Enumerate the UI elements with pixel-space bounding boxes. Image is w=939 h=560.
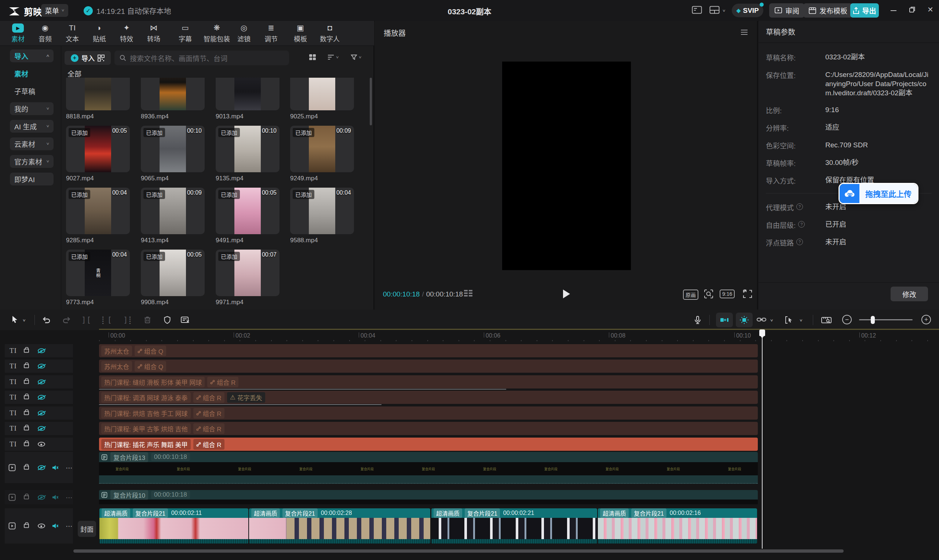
toggle-visibility-icon[interactable]	[38, 380, 45, 385]
search-input[interactable]: 搜索文件名称、画面情节、台词	[114, 51, 289, 65]
aspect-ratio-button[interactable]: 9:16	[720, 289, 735, 298]
play-button[interactable]	[563, 289, 570, 298]
media-card[interactable]: 已添加 00:05 9027.mp4	[66, 126, 130, 182]
qr-import-icon[interactable]	[97, 55, 105, 62]
timeline-text-clip[interactable]: 苏州太仓 组合 Q ⚠	[99, 360, 758, 373]
media-card[interactable]: 青桐 已添加 00:04 9773.mp4	[66, 249, 130, 306]
delete-icon[interactable]	[143, 315, 152, 325]
media-card[interactable]: 8936.mp4	[141, 78, 205, 120]
toggle-visibility-icon[interactable]	[38, 426, 45, 431]
timeline-text-clip[interactable]: 热门课程: 调酒 网球 游泳 泰拳 组合 R ⚠花字丢失	[99, 391, 758, 404]
sidebar-item[interactable]: 我的 ˅	[10, 102, 54, 115]
compound-clip-10[interactable]: 复合片段10 00:00:10:18	[99, 490, 758, 504]
toggle-visibility-icon[interactable]	[38, 495, 45, 500]
modify-button[interactable]: 修改	[891, 286, 928, 301]
toggle-visibility-icon[interactable]	[38, 364, 45, 369]
lock-icon[interactable]	[24, 349, 29, 353]
record-voiceover-icon[interactable]	[693, 315, 702, 325]
original-quality-button[interactable]: 原画	[683, 289, 698, 300]
lock-icon[interactable]	[24, 442, 29, 446]
media-card[interactable]: 9025.mp4	[290, 78, 354, 120]
filter-icon[interactable]: ˅	[351, 54, 362, 60]
timeline-video-clip[interactable]: 超清画质 复合片段21 00:00:02:28	[249, 508, 430, 543]
timeline-text-clip[interactable]: 热门课程: 烘焙 吉他 手工 网球 组合 R ⚠	[99, 406, 758, 420]
timeline-zoom-slider[interactable]	[859, 319, 913, 320]
media-card[interactable]: 已添加 00:07 9971.mp4	[216, 249, 279, 306]
timeline-text-clip[interactable]: 苏州太仓 组合 Q ⚠	[99, 344, 758, 357]
asset-tab[interactable]: ▶ 素材	[5, 23, 32, 43]
toggle-visibility-icon[interactable]	[38, 524, 45, 528]
link-chevron-icon[interactable]: ˅	[770, 318, 773, 323]
timeline-text-clip[interactable]: 热门课程: 美甲 古筝 烘焙 吉他 组合 R ⚠	[99, 422, 758, 435]
minimize-button[interactable]	[891, 7, 896, 11]
lock-icon[interactable]	[24, 495, 29, 499]
toggle-visibility-icon[interactable]	[38, 395, 45, 400]
import-button[interactable]: + 导入	[65, 51, 111, 65]
review-button[interactable]: 审阅	[769, 3, 804, 18]
frame-preview-icon[interactable]	[704, 289, 714, 299]
media-card[interactable]: 已添加 00:09 9413.mp4	[141, 188, 205, 244]
media-card[interactable]: 已添加 00:05 9908.mp4	[141, 249, 205, 306]
more-options-icon[interactable]: ⋯	[66, 493, 73, 502]
asset-tab[interactable]: ◎ 滤镜	[230, 23, 257, 43]
info-icon[interactable]: ?	[796, 238, 803, 245]
toggle-visibility-icon[interactable]	[38, 349, 45, 353]
mute-icon[interactable]	[52, 494, 59, 500]
sidebar-item[interactable]: 导入 ˄	[10, 49, 54, 62]
compound-clip-13[interactable]: 复合片段13 00:00:10:18 复合片段复合片段复合片段复合片段复合片段复…	[99, 452, 758, 484]
auto-snap-toggle[interactable]	[716, 312, 733, 327]
split-clip-icon[interactable]: ][	[82, 315, 91, 325]
workspace-layout-icon[interactable]	[709, 6, 720, 14]
info-icon[interactable]: ?	[798, 221, 805, 228]
lock-icon[interactable]	[24, 411, 29, 415]
redo-icon[interactable]	[62, 315, 71, 325]
select-tool-icon[interactable]	[11, 315, 19, 324]
timeline-text-clip[interactable]: 热门课程: 插花 声乐 舞蹈 美甲 组合 R ⚠	[99, 438, 758, 451]
close-button[interactable]: ✕	[927, 5, 933, 14]
info-icon[interactable]: ?	[796, 203, 803, 210]
menu-button[interactable]: 菜单˅	[41, 4, 68, 17]
mute-icon[interactable]	[52, 465, 59, 471]
mute-icon[interactable]	[52, 523, 59, 529]
video-preview[interactable]	[502, 62, 631, 270]
asset-tab[interactable]: ⋈ 转场	[140, 23, 167, 43]
timeline-video-clip[interactable]: 超清画质 复合片段21 00:00:02:11	[99, 508, 248, 543]
media-card[interactable]: 9013.mp4	[216, 78, 279, 120]
sidebar-item[interactable]: AI 生成 ˅	[10, 120, 54, 133]
preview-snap-toggle[interactable]	[736, 312, 752, 327]
grid-view-icon[interactable]	[309, 54, 316, 60]
trim-left-icon[interactable]: ⡇[	[101, 315, 112, 325]
cursor-mode-icon[interactable]	[784, 315, 794, 325]
media-card[interactable]: 已添加 00:09 9249.mp4	[290, 126, 354, 182]
sidebar-item[interactable]: 素材	[10, 67, 54, 80]
lock-icon[interactable]	[24, 380, 29, 384]
timeline-text-clip[interactable]: 热门课程: 缝纫 滑板 形体 美甲 网球 组合 R ⚠	[99, 375, 758, 388]
lock-icon[interactable]	[24, 395, 29, 400]
asset-tab[interactable]: ≣ 调节	[257, 23, 285, 43]
asset-tab[interactable]: ❋ 智能包装	[203, 23, 230, 43]
sidebar-item[interactable]: 云素材 ˅	[10, 137, 54, 150]
asset-tab[interactable]: ▭ 字幕	[167, 23, 203, 43]
select-tool-chevron-icon[interactable]: ˅	[23, 318, 26, 323]
toggle-visibility-icon[interactable]	[38, 465, 45, 470]
more-options-icon[interactable]: ⋯	[66, 522, 73, 530]
sidebar-item[interactable]: 即梦AI	[10, 172, 54, 185]
zoom-in-icon[interactable]: +	[921, 315, 931, 325]
media-card[interactable]: 已添加 00:04 9285.mp4	[66, 188, 130, 244]
zoom-out-icon[interactable]: −	[842, 315, 852, 325]
sort-icon[interactable]: ˅	[327, 54, 339, 60]
asset-tab[interactable]: ▣ 模板	[285, 23, 316, 43]
player-menu-icon[interactable]	[741, 30, 748, 35]
filter-all-label[interactable]: 全部	[68, 69, 82, 78]
undo-icon[interactable]	[42, 315, 51, 325]
lock-icon[interactable]	[24, 426, 29, 431]
preview-axis-icon[interactable]	[821, 315, 832, 325]
maximize-button[interactable]	[909, 6, 916, 13]
asset-tab[interactable]: ◘ 数字人	[316, 23, 343, 43]
toggle-visibility-icon[interactable]	[38, 411, 45, 415]
panel-layout-icon[interactable]	[692, 6, 702, 14]
lock-icon[interactable]	[24, 364, 29, 368]
sidebar-item[interactable]: 子草稿	[10, 85, 54, 97]
timeline-video-clip[interactable]: 超清画质 复合片段21 00:00:02:16	[598, 508, 757, 543]
media-card[interactable]: 8818.mp4	[66, 78, 130, 120]
